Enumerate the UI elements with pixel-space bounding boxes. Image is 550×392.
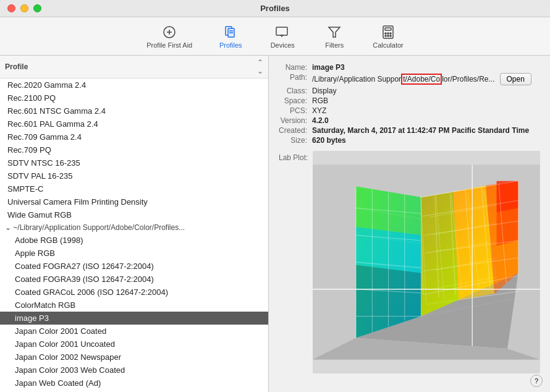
path-highlight: t/Adobe/Co [401, 74, 442, 85]
list-item[interactable]: Universal Camera Film Printing Density [0, 195, 268, 208]
toolbar-label-profile-first-aid: Profile First Aid [146, 41, 192, 49]
list-item[interactable]: Japan Color 2001 Uncoated [0, 338, 268, 351]
list-item[interactable]: SDTV PAL 16-235 [0, 169, 268, 182]
svg-marker-10 [329, 27, 340, 37]
svg-rect-12 [385, 28, 391, 30]
window-controls [7, 4, 41, 12]
svg-point-15 [390, 33, 391, 34]
list-item[interactable]: Japan Color 2002 Newspaper [0, 351, 268, 364]
class-label: Class: [279, 87, 307, 95]
lab-plot-row: Lab Plot: [279, 151, 540, 373]
path-prefix: /Library/Application Suppor [312, 75, 401, 83]
maximize-button[interactable] [33, 4, 41, 12]
toolbar-item-devices[interactable]: Devices [264, 22, 301, 51]
svg-rect-7 [276, 27, 287, 35]
toolbar-item-calculator[interactable]: Calculator [368, 22, 408, 51]
created-value: Saturday, March 4, 2017 at 11:42:47 PM P… [312, 126, 540, 135]
list-item[interactable]: Coated FOGRA39 (ISO 12647-2:2004) [0, 273, 268, 286]
open-button[interactable]: Open [500, 73, 531, 85]
toolbar-label-calculator: Calculator [373, 41, 404, 49]
lab-plot-container [313, 151, 540, 373]
list-item[interactable]: Rec.601 PAL Gamma 2.4 [0, 117, 268, 130]
list-item[interactable]: Rec.709 Gamma 2.4 [0, 130, 268, 143]
svg-point-16 [385, 35, 386, 36]
toolbar-item-profiles[interactable]: Profiles [212, 22, 249, 51]
size-label: Size: [279, 136, 307, 145]
list-item[interactable]: image P3 [0, 312, 268, 325]
list-item[interactable]: SDTV NTSC 16-235 [0, 156, 268, 169]
list-item[interactable]: SMPTE-C [0, 182, 268, 195]
titlebar: Profiles [0, 0, 550, 17]
path-suffix: lor/Profiles/Re... [442, 75, 494, 83]
list-item[interactable]: Rec.709 PQ [0, 143, 268, 156]
main-content: Profile ⌃⌄ Rec.2020 Gamma 2.4Rec.2100 PQ… [0, 56, 550, 392]
help-button[interactable]: ? [530, 375, 543, 387]
close-button[interactable] [7, 4, 15, 12]
space-value: RGB [312, 96, 540, 105]
list-item[interactable]: Coated FOGRA27 (ISO 12647-2:2004) [0, 260, 268, 273]
list-item[interactable]: Rec.2020 Gamma 2.4 [0, 79, 268, 92]
list-item[interactable]: ColorMatch RGB [0, 299, 268, 312]
list-section-header[interactable]: ⌄ ~/Library/Application Support/Adobe/Co… [0, 221, 268, 234]
info-grid: Name: image P3 Path: /Library/Applicatio… [279, 63, 540, 145]
list-item[interactable]: Adobe RGB (1998) [0, 234, 268, 247]
list-item[interactable]: Apple RGB [0, 247, 268, 260]
path-row: /Library/Application Support/Adobe/Color… [312, 73, 540, 85]
list-header: Profile ⌃⌄ [0, 56, 268, 79]
toolbar-item-profile-first-aid[interactable]: Profile First Aid [142, 22, 197, 51]
space-label: Space: [279, 96, 307, 105]
toolbar-label-devices: Devices [271, 41, 295, 49]
toolbar-label-profiles: Profiles [219, 41, 242, 49]
svg-point-14 [387, 33, 389, 34]
toolbar: Profile First Aid Profiles Devices Filte… [0, 17, 550, 56]
list-item[interactable]: Japan Color 2003 Web Coated [0, 364, 268, 377]
sort-arrow-icon[interactable]: ⌃⌄ [257, 58, 263, 75]
gamut-chart [313, 151, 540, 373]
right-panel: Name: image P3 Path: /Library/Applicatio… [269, 56, 550, 392]
list-item[interactable]: Japan Web Coated (Ad) [0, 377, 268, 390]
size-value: 620 bytes [312, 136, 540, 145]
toolbar-item-filters[interactable]: Filters [316, 22, 353, 51]
version-value: 4.2.0 [312, 116, 540, 125]
svg-point-17 [387, 35, 389, 36]
left-panel: Profile ⌃⌄ Rec.2020 Gamma 2.4Rec.2100 PQ… [0, 56, 269, 392]
path-value: /Library/Application Support/Adobe/Color… [312, 75, 495, 83]
name-value: image P3 [312, 63, 540, 72]
list-item[interactable]: Japan Color 2001 Coated [0, 325, 268, 338]
list-item[interactable]: Wide Gamut RGB [0, 208, 268, 221]
list-item[interactable]: Rec.2100 PQ [0, 92, 268, 104]
list-header-title: Profile [5, 62, 28, 71]
pcs-label: PCS: [279, 106, 307, 115]
name-label: Name: [279, 63, 307, 72]
list-item[interactable]: Rec.601 NTSC Gamma 2.4 [0, 104, 268, 117]
class-value: Display [312, 87, 540, 95]
list-item[interactable]: Coated GRACoL 2006 (ISO 12647-2:2004) [0, 286, 268, 299]
window-title: Profiles [260, 4, 290, 13]
svg-point-13 [385, 33, 386, 34]
created-label: Created: [279, 126, 307, 135]
version-label: Version: [279, 116, 307, 125]
lab-plot-label: Lab Plot: [279, 151, 308, 162]
minimize-button[interactable] [20, 4, 28, 12]
path-label: Path: [279, 73, 307, 85]
svg-point-18 [390, 35, 391, 36]
toolbar-label-filters: Filters [325, 41, 344, 49]
profile-list[interactable]: Rec.2020 Gamma 2.4Rec.2100 PQRec.601 NTS… [0, 79, 268, 392]
pcs-value: XYZ [312, 106, 540, 115]
list-item[interactable]: ProPhoto RGB [0, 390, 268, 392]
